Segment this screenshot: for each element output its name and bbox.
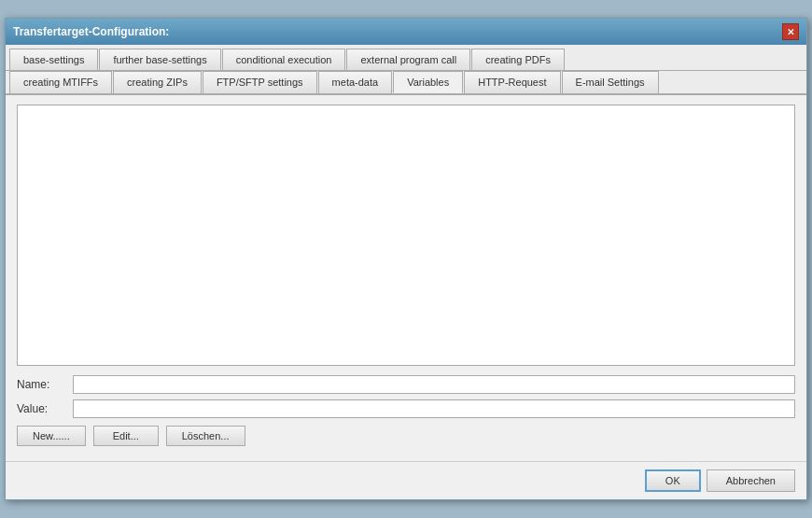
cancel-button[interactable]: Abbrechen (707, 469, 795, 492)
tab-row-1: base-settings further base-settings cond… (6, 45, 806, 71)
dialog: Transfertarget-Configuration: ✕ base-set… (5, 18, 807, 500)
tab-conditional-execution[interactable]: conditional execution (222, 49, 346, 70)
value-label: Value: (17, 402, 73, 415)
tab-http-request[interactable]: HTTP-Request (464, 71, 560, 93)
content-area: Name: Value: New...... Edit... Löschen..… (6, 95, 806, 461)
edit-button[interactable]: Edit... (93, 426, 159, 446)
tab-email-settings[interactable]: E-mail Settings (562, 71, 659, 93)
tab-row-2: creating MTIFFs creating ZIPs FTP/SFTP s… (6, 71, 806, 95)
title-bar: Transfertarget-Configuration: ✕ (6, 19, 806, 45)
tab-base-settings[interactable]: base-settings (9, 49, 98, 70)
name-field-row: Name: (17, 375, 795, 394)
tab-external-program-call[interactable]: external program call (346, 49, 470, 70)
value-field-row: Value: (17, 399, 795, 418)
tab-ftp-sftp-settings[interactable]: FTP/SFTP settings (203, 71, 317, 93)
name-label: Name: (17, 378, 73, 391)
delete-button[interactable]: Löschen... (166, 426, 245, 446)
action-button-row: New...... Edit... Löschen... (17, 426, 795, 446)
new-button[interactable]: New...... (17, 426, 86, 446)
tab-meta-data[interactable]: meta-data (318, 71, 393, 93)
ok-button[interactable]: OK (645, 469, 701, 492)
tab-creating-zips[interactable]: creating ZIPs (113, 71, 202, 93)
footer: OK Abbrechen (6, 461, 806, 499)
name-input[interactable] (73, 375, 795, 394)
dialog-title: Transfertarget-Configuration: (13, 25, 169, 38)
close-button[interactable]: ✕ (782, 23, 799, 40)
tab-further-base-settings[interactable]: further base-settings (99, 49, 220, 70)
tab-creating-pdfs[interactable]: creating PDFs (471, 49, 565, 70)
tab-variables[interactable]: Variables (393, 71, 463, 93)
value-input[interactable] (73, 399, 795, 418)
tab-creating-mtiffs[interactable]: creating MTIFFs (9, 71, 112, 93)
variables-list[interactable] (17, 105, 795, 366)
